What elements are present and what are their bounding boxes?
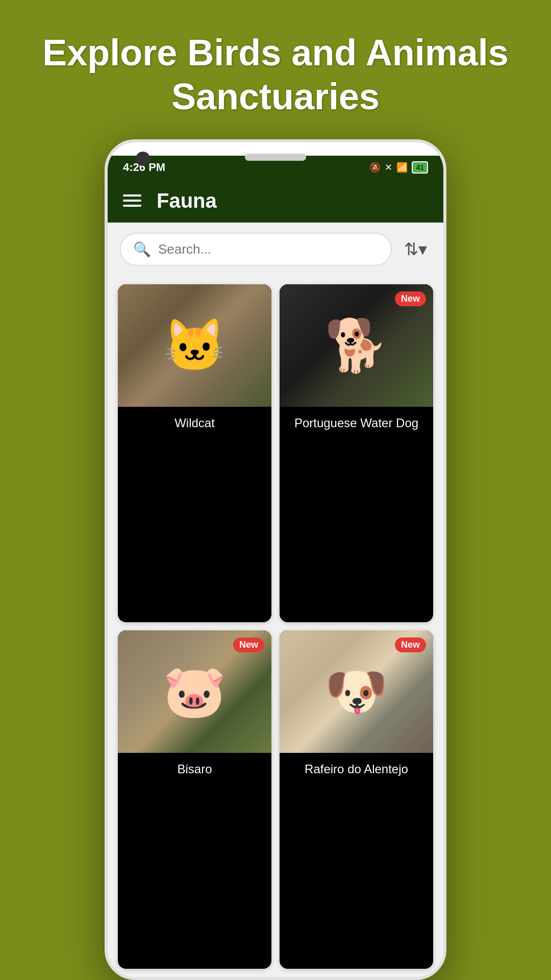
hamburger-line-3 <box>123 205 141 207</box>
page-header: Explore Birds and Animals Sanctuaries <box>0 0 551 139</box>
new-badge-portuguese-water-dog: New <box>395 291 426 306</box>
animal-card-bisaro[interactable]: NewBisaro <box>118 630 271 969</box>
animal-label-wildcat: Wildcat <box>118 407 271 439</box>
animal-card-portuguese-water-dog[interactable]: NewPortuguese Water Dog <box>280 284 433 623</box>
sim-icon: ✕ <box>385 162 392 173</box>
notification-icon: 🔕 <box>369 162 381 173</box>
new-badge-rafeiro-do-alentejo: New <box>395 638 426 652</box>
phone-top-bar <box>108 142 443 156</box>
animal-label-portuguese-water-dog: Portuguese Water Dog <box>280 407 433 439</box>
app-name: Fauna <box>157 189 217 212</box>
status-icons: 🔕 ✕ 📶 41 <box>369 161 428 174</box>
phone-camera <box>136 152 150 166</box>
search-container[interactable]: 🔍 <box>120 233 392 266</box>
battery-indicator: 41 <box>412 161 428 174</box>
animal-label-rafeiro-do-alentejo: Rafeiro do Alentejo <box>280 753 433 786</box>
search-bar-row: 🔍 ⇅▾ <box>108 223 443 276</box>
animal-card-wildcat[interactable]: Wildcat <box>118 284 271 623</box>
phone-frame: 4:26 PM 🔕 ✕ 📶 41 Fauna 🔍 ⇅▾ WildcatNewPo… <box>105 139 446 980</box>
phone-speaker <box>245 154 306 161</box>
animals-grid: WildcatNewPortuguese Water DogNewBisaroN… <box>108 276 443 977</box>
animal-label-bisaro: Bisaro <box>118 753 271 786</box>
page-title: Explore Birds and Animals Sanctuaries <box>20 31 531 119</box>
hamburger-line-2 <box>123 200 141 202</box>
filter-sort-button[interactable]: ⇅▾ <box>400 235 431 263</box>
search-icon: 🔍 <box>133 241 151 258</box>
app-toolbar: Fauna <box>108 179 443 223</box>
sort-icon: ⇅▾ <box>404 239 427 259</box>
animal-card-rafeiro-do-alentejo[interactable]: NewRafeiro do Alentejo <box>280 630 433 969</box>
menu-button[interactable] <box>123 194 141 207</box>
wifi-icon: 📶 <box>396 162 408 173</box>
search-input[interactable] <box>158 241 379 257</box>
new-badge-bisaro: New <box>233 638 264 652</box>
hamburger-line-1 <box>123 194 141 197</box>
animal-image-wildcat <box>118 284 271 407</box>
